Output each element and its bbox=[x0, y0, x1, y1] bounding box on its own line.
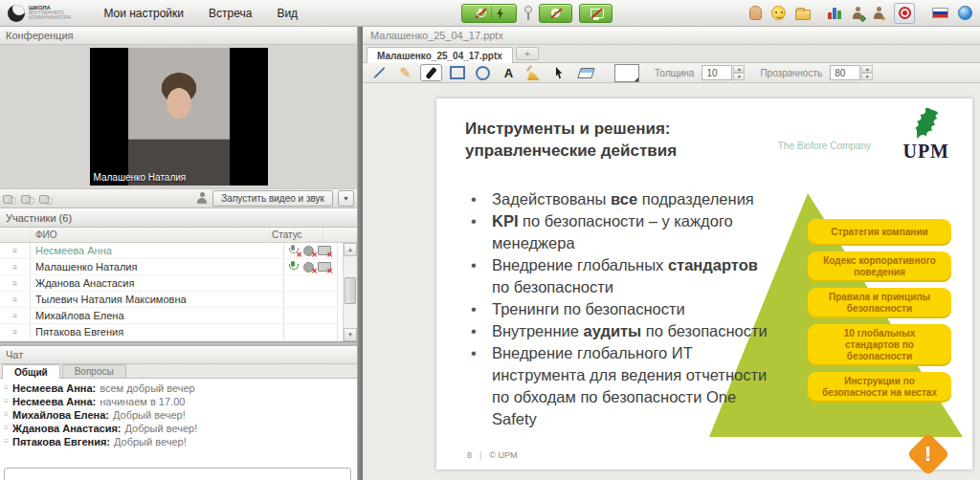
video-speaker-name: Малашенко Наталия bbox=[94, 172, 187, 183]
invite-user-icon[interactable] bbox=[852, 7, 863, 20]
chat-message: ≡Пятакова Евгения:Добрый вечер! bbox=[4, 435, 353, 448]
drag-handle-icon[interactable]: ≡ bbox=[0, 259, 31, 274]
document-tab-bar: Малашенко_25_04_17.pptx + bbox=[363, 45, 980, 63]
webcam-toggle-button[interactable] bbox=[539, 4, 572, 23]
rectangle-tool-icon[interactable] bbox=[446, 64, 468, 81]
participant-name: Несмеева Анна bbox=[31, 243, 284, 258]
slide-bullets: •Задействованы все подразделения•KPI по … bbox=[471, 188, 769, 430]
user-award-icon[interactable]: ★ bbox=[873, 7, 884, 20]
media-controls bbox=[461, 4, 612, 23]
slide-footer: 8 | © UPM bbox=[467, 450, 518, 460]
video-feed[interactable]: Малашенко Наталия bbox=[90, 48, 268, 185]
chat-header: Чат bbox=[0, 346, 357, 364]
participant-row[interactable]: ≡Тылевич Наталия Максимовна bbox=[0, 292, 357, 308]
ellipse-tool-icon[interactable] bbox=[472, 64, 494, 81]
slide-page-number: 8 bbox=[467, 450, 472, 460]
language-flag-ru-icon[interactable] bbox=[932, 8, 948, 18]
scroll-down-icon[interactable]: ▼ bbox=[344, 328, 357, 341]
camera-settings-icon-3[interactable] bbox=[39, 193, 53, 205]
participant-row[interactable]: ≡Михайлова Елена bbox=[0, 308, 357, 324]
pencil-tool-icon[interactable]: ✎ bbox=[394, 64, 416, 81]
participants-rows: ≡Несмеева Анна✕✕✕≡Малашенко Наталия✕✕≡Жд… bbox=[0, 243, 357, 341]
chat-author: Михайлова Елена: bbox=[12, 408, 109, 422]
screenshare-toggle-button[interactable] bbox=[579, 4, 612, 23]
drag-handle-icon[interactable]: ≡ bbox=[0, 243, 31, 258]
emoticon-icon[interactable] bbox=[771, 6, 786, 20]
chat-message: ≡Жданова Анастасия:Добрый вечер! bbox=[4, 422, 353, 435]
cam-off-icon: ✕ bbox=[301, 260, 316, 273]
opacity-input[interactable]: 80 bbox=[830, 65, 860, 80]
raise-hand-icon[interactable] bbox=[749, 6, 762, 20]
menu-my-settings[interactable]: Мои настройки bbox=[103, 7, 184, 20]
help-globe-icon[interactable] bbox=[958, 6, 972, 20]
app-logo: ШКОЛА ВНУТРЕННЕГО КОММУНИКАТОРА bbox=[8, 5, 71, 22]
thickness-down-icon[interactable]: ▼ bbox=[733, 73, 745, 80]
camera-settings-icon-1[interactable] bbox=[3, 193, 16, 205]
start-options-dropdown[interactable]: ▼ bbox=[338, 190, 354, 207]
opacity-up-icon[interactable]: ▲ bbox=[861, 65, 873, 73]
chat-tab-general[interactable]: Общий bbox=[2, 364, 60, 379]
presentation-header: Малашенко_25_04_17.pptx bbox=[363, 27, 980, 45]
screenshare-icon bbox=[590, 8, 603, 20]
thickness-up-icon[interactable]: ▲ bbox=[733, 65, 745, 73]
slide-canvas[interactable]: Инструменты и решения: управленческие де… bbox=[363, 83, 980, 480]
chat-author: Жданова Анастасия: bbox=[12, 422, 122, 435]
opacity-control: 80 ▲▼ bbox=[830, 65, 873, 80]
pyramid-boxes: Стратегия компанииКодекс корпоративного … bbox=[808, 219, 951, 403]
menu-view[interactable]: Вид bbox=[277, 7, 298, 20]
brand-block: The Biofore Company UPM bbox=[748, 104, 959, 162]
chat-tab-questions[interactable]: Вопросы bbox=[62, 364, 126, 378]
mic-on-icon bbox=[286, 260, 301, 273]
chat-input[interactable] bbox=[4, 468, 351, 480]
line-tool-icon[interactable] bbox=[368, 64, 390, 81]
opacity-down-icon[interactable]: ▼ bbox=[861, 73, 873, 80]
camera-settings-icon-2[interactable] bbox=[21, 193, 34, 205]
files-folder-icon[interactable] bbox=[795, 10, 811, 20]
thickness-control: 10 ▲▼ bbox=[702, 65, 745, 80]
slide-bullet: •Внедрение глобального ИТ инструмента дл… bbox=[471, 342, 769, 430]
clear-broom-tool-icon[interactable] bbox=[523, 64, 546, 81]
participant-name: Пятакова Евгения bbox=[31, 324, 284, 339]
participant-status bbox=[284, 292, 338, 307]
text-tool-icon[interactable]: A bbox=[498, 64, 520, 81]
participant-row[interactable]: ≡Жданова Анастасия bbox=[0, 275, 357, 292]
menu-meeting[interactable]: Встреча bbox=[209, 7, 252, 20]
participant-row[interactable]: ≡Пятакова Евгения bbox=[0, 324, 357, 340]
message-handle-icon: ≡ bbox=[4, 435, 12, 448]
participant-row[interactable]: ≡Малашенко Наталия✕✕ bbox=[0, 259, 357, 275]
participant-status bbox=[284, 275, 338, 291]
logo-line3: КОММУНИКАТОРА bbox=[29, 15, 71, 20]
pin-icon[interactable] bbox=[523, 6, 532, 21]
eraser-tool-icon[interactable] bbox=[575, 64, 597, 81]
record-button[interactable] bbox=[894, 3, 915, 24]
marker-tool-icon[interactable] bbox=[420, 64, 442, 81]
brand-tagline: The Biofore Company bbox=[778, 141, 871, 151]
participants-scrollbar[interactable]: ▲ ▼ bbox=[343, 243, 357, 341]
slide-bullet: •KPI по безопасности – у каждого менедже… bbox=[471, 210, 769, 254]
drag-handle-icon[interactable]: ≡ bbox=[0, 308, 31, 323]
drag-handle-icon[interactable]: ≡ bbox=[0, 324, 31, 339]
scroll-up-icon[interactable]: ▲ bbox=[344, 243, 357, 256]
poll-chart-icon[interactable] bbox=[828, 7, 842, 19]
participant-name: Тылевич Наталия Максимовна bbox=[31, 292, 284, 307]
drag-handle-icon[interactable]: ≡ bbox=[0, 275, 31, 291]
color-picker[interactable] bbox=[614, 64, 639, 82]
chat-author: Несмеева Анна: bbox=[12, 382, 96, 395]
pyramid-box: 10 глобальных стандартов по безопасности bbox=[808, 324, 951, 366]
scroll-thumb[interactable] bbox=[345, 277, 356, 304]
chat-text: всем добрый вечер bbox=[100, 382, 194, 395]
microphone-toggle-button[interactable] bbox=[461, 4, 517, 23]
participant-status bbox=[284, 324, 338, 339]
app-window: ШКОЛА ВНУТРЕННЕГО КОММУНИКАТОРА Мои наст… bbox=[0, 0, 980, 480]
document-tab[interactable]: Малашенко_25_04_17.pptx bbox=[367, 47, 513, 63]
pointer-tool-icon[interactable] bbox=[549, 64, 571, 81]
start-video-audio-button[interactable]: Запустить видео и звук bbox=[212, 190, 333, 207]
drag-handle-icon[interactable]: ≡ bbox=[0, 292, 31, 307]
slide-bullet: •Внедрение глобальных стандартов по безо… bbox=[471, 254, 769, 298]
add-document-tab-button[interactable]: + bbox=[516, 47, 539, 60]
chat-message-list: ≡Несмеева Анна:всем добрый вечер≡Несмеев… bbox=[4, 382, 353, 448]
chat-text: начинаем в 17.00 bbox=[100, 395, 185, 408]
participant-row[interactable]: ≡Несмеева Анна✕✕✕ bbox=[0, 243, 357, 259]
panel-divider[interactable] bbox=[358, 27, 363, 480]
thickness-input[interactable]: 10 bbox=[702, 65, 732, 80]
